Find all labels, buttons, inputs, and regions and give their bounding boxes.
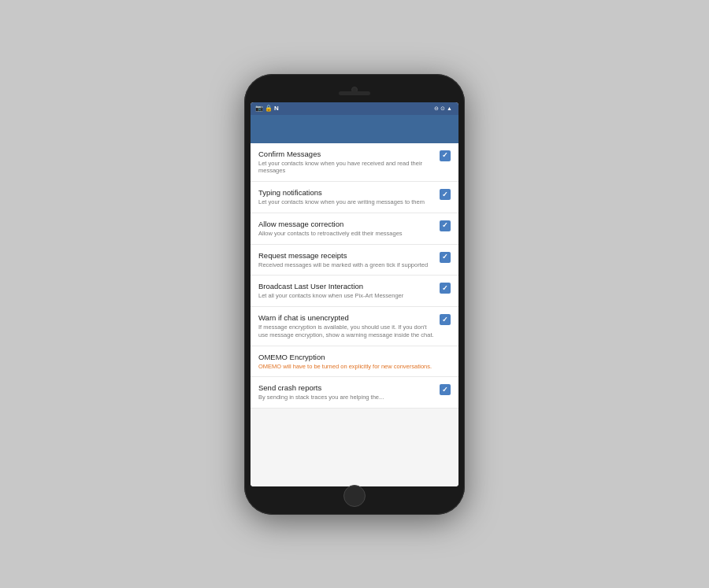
settings-item-request-message-receipts[interactable]: Request message receiptsReceived message…	[251, 245, 458, 276]
settings-item-text-warn-if-chat-unencrypted: Warn if chat is unencryptedIf message en…	[258, 313, 435, 339]
settings-item-send-crash-reports[interactable]: Send crash reportsBy sending in stack tr…	[251, 377, 458, 409]
checkbox-warn-if-chat-unencrypted[interactable]	[440, 314, 451, 325]
settings-item-text-broadcast-last-user-interaction: Broadcast Last User InteractionLet all y…	[258, 282, 435, 300]
settings-item-allow-message-correction[interactable]: Allow message correctionAllow your conta…	[251, 213, 458, 245]
phone-bottom	[251, 486, 458, 505]
n-status-icon: N	[274, 105, 279, 112]
camera-status-icon: 📷	[255, 105, 263, 112]
settings-item-confirm-messages[interactable]: Confirm MessagesLet your contacts know w…	[251, 143, 458, 183]
checkbox-send-crash-reports[interactable]	[440, 384, 451, 395]
settings-item-title-send-crash-reports: Send crash reports	[258, 383, 435, 392]
settings-item-title-allow-message-correction: Allow message correction	[258, 220, 435, 228]
settings-item-desc-typing-notifications: Let your contacts know when you are writ…	[258, 198, 435, 206]
checkbox-request-message-receipts[interactable]	[440, 252, 451, 263]
checkbox-allow-message-correction[interactable]	[440, 220, 451, 231]
settings-item-title-request-message-receipts: Request message receipts	[258, 251, 435, 260]
settings-item-title-confirm-messages: Confirm Messages	[258, 150, 435, 158]
settings-item-title-typing-notifications: Typing notifications	[258, 188, 435, 197]
status-left-icons: 📷 🔒 N	[255, 105, 279, 112]
settings-item-desc-request-message-receipts: Received messages will be marked with a …	[258, 261, 435, 269]
settings-item-warn-if-chat-unencrypted[interactable]: Warn if chat is unencryptedIf message en…	[251, 307, 458, 346]
phone-screen: 📷 🔒 N ⊖ ⊙ ▲ Confirm MessagesLet your con…	[251, 102, 458, 486]
phone-speaker	[339, 91, 370, 95]
settings-item-text-omemo-encryption: OMEMO EncryptionOMEMO will have to be tu…	[258, 353, 451, 371]
settings-item-title-omemo-encryption: OMEMO Encryption	[258, 353, 451, 361]
settings-item-text-confirm-messages: Confirm MessagesLet your contacts know w…	[258, 150, 435, 176]
settings-item-typing-notifications[interactable]: Typing notificationsLet your contacts kn…	[251, 182, 458, 213]
settings-list: Confirm MessagesLet your contacts know w…	[251, 143, 458, 486]
settings-item-text-typing-notifications: Typing notificationsLet your contacts kn…	[258, 188, 435, 206]
settings-item-title-warn-if-chat-unencrypted: Warn if chat is unencrypted	[258, 313, 435, 322]
settings-item-broadcast-last-user-interaction[interactable]: Broadcast Last User InteractionLet all y…	[251, 276, 458, 307]
settings-item-text-request-message-receipts: Request message receiptsReceived message…	[258, 251, 435, 269]
app-bar	[251, 115, 458, 143]
phone-top	[251, 83, 458, 102]
settings-item-desc-warn-if-chat-unencrypted: If message encryption is available, you …	[258, 324, 435, 339]
home-button[interactable]	[343, 485, 366, 507]
status-right-info: ⊖ ⊙ ▲	[434, 105, 454, 112]
lock-status-icon: 🔒	[265, 105, 273, 112]
settings-item-desc-allow-message-correction: Allow your contacts to retroactively edi…	[258, 230, 435, 238]
settings-item-desc-broadcast-last-user-interaction: Let all your contacts know when use Pix-…	[258, 292, 435, 300]
settings-item-title-broadcast-last-user-interaction: Broadcast Last User Interaction	[258, 282, 435, 290]
settings-item-text-allow-message-correction: Allow message correctionAllow your conta…	[258, 220, 435, 238]
checkbox-broadcast-last-user-interaction[interactable]	[440, 283, 451, 294]
settings-item-text-send-crash-reports: Send crash reportsBy sending in stack tr…	[258, 383, 435, 401]
settings-item-omemo-encryption[interactable]: OMEMO EncryptionOMEMO will have to be tu…	[251, 346, 458, 378]
checkbox-typing-notifications[interactable]	[440, 189, 451, 200]
settings-item-desc-omemo-encryption: OMEMO will have to be turned on explicit…	[258, 363, 451, 371]
settings-item-desc-confirm-messages: Let your contacts know when you have rec…	[258, 160, 435, 176]
settings-item-desc-send-crash-reports: By sending in stack traces you are helpi…	[258, 394, 435, 401]
status-bar: 📷 🔒 N ⊖ ⊙ ▲	[251, 102, 458, 115]
signal-icon: ⊖ ⊙ ▲	[434, 105, 452, 112]
checkbox-confirm-messages[interactable]	[440, 150, 451, 161]
phone-device: 📷 🔒 N ⊖ ⊙ ▲ Confirm MessagesLet your con…	[244, 74, 465, 515]
